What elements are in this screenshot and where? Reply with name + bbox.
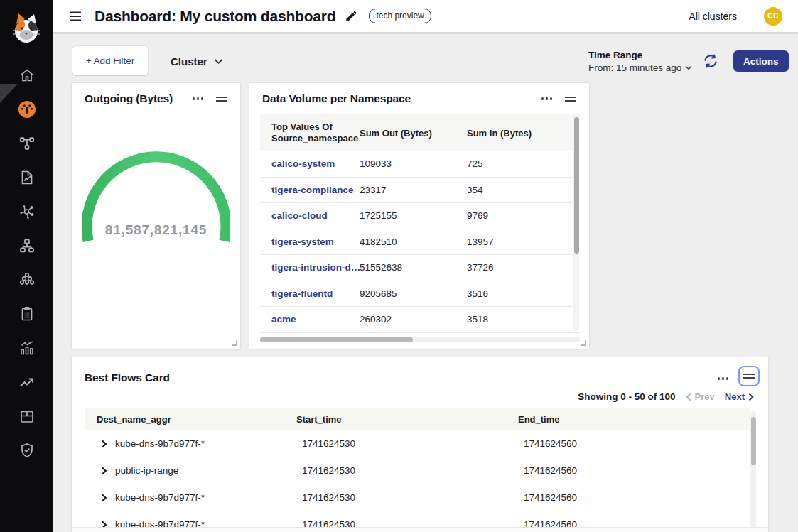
more-options-icon[interactable] bbox=[190, 94, 207, 103]
card-best-flows: Best Flows Card Showing 0 - 50 of 100 Pr… bbox=[71, 357, 769, 532]
table-row: kube-dns-9b7d977f-* 1741624530 174162456… bbox=[85, 430, 750, 457]
scrollbar-thumb[interactable] bbox=[751, 417, 756, 465]
sidebar-item-compliance[interactable] bbox=[0, 297, 53, 331]
trend-up-icon bbox=[18, 374, 36, 391]
drag-handle-icon[interactable] bbox=[738, 366, 760, 386]
tech-preview-badge: tech preview bbox=[369, 9, 431, 23]
next-page-button[interactable]: Next bbox=[725, 391, 754, 402]
vertical-scrollbar bbox=[573, 116, 579, 331]
endpoints-icon bbox=[18, 237, 36, 254]
time-range: Time Range From: 15 minutes ago bbox=[588, 50, 692, 73]
resize-grip[interactable] bbox=[581, 340, 586, 346]
avatar[interactable]: CC bbox=[764, 7, 782, 26]
sum-in-cell: 13957 bbox=[467, 237, 573, 247]
dest-name-cell: public-ip-range bbox=[115, 465, 178, 476]
sidebar bbox=[0, 0, 53, 532]
calico-cat-logo-icon bbox=[10, 11, 43, 47]
namespace-link[interactable]: tigera-intrusion-d… bbox=[260, 262, 360, 273]
namespace-link[interactable]: tigera-system bbox=[260, 237, 360, 247]
sum-in-cell: 37726 bbox=[467, 262, 573, 273]
all-clusters-selector[interactable]: All clusters bbox=[689, 11, 737, 22]
chevron-right-icon bbox=[100, 467, 108, 475]
namespace-link[interactable]: calico-system bbox=[260, 158, 360, 169]
network-icon bbox=[18, 203, 36, 220]
sidebar-item-service-graph[interactable] bbox=[0, 126, 53, 161]
clipboard-icon bbox=[18, 305, 36, 322]
card-title: Data Volume per Namespace bbox=[262, 92, 539, 105]
resize-grip[interactable] bbox=[232, 340, 237, 346]
home-icon bbox=[18, 67, 36, 84]
card-outgoing-bytes: Outgoing (Bytes) 81,587,821,145 bbox=[71, 82, 241, 349]
data-volume-table: Top Values Of Source_namespace Sum Out (… bbox=[260, 114, 580, 333]
sidebar-item-threat-defense[interactable] bbox=[0, 433, 53, 467]
sidebar-item-dashboards[interactable] bbox=[0, 92, 53, 126]
expand-row-button[interactable] bbox=[100, 467, 108, 475]
drag-handle-icon[interactable] bbox=[562, 94, 579, 104]
refresh-button[interactable] bbox=[701, 53, 720, 71]
refresh-icon bbox=[702, 53, 719, 70]
more-options-icon[interactable] bbox=[539, 94, 556, 103]
hamburger-icon bbox=[68, 9, 83, 24]
expand-row-button[interactable] bbox=[100, 494, 108, 502]
sum-out-cell: 109033 bbox=[360, 158, 467, 169]
prev-page-button[interactable]: Prev bbox=[686, 391, 715, 402]
chevron-right-icon bbox=[100, 494, 108, 502]
table-row: calico-cloud 1725155 9769 bbox=[260, 203, 580, 229]
table-row: acme 260302 3518 bbox=[260, 307, 580, 333]
sum-in-cell: 354 bbox=[467, 185, 573, 195]
table-row: kube-dns-9b7d977f-* 1741624530 174162456… bbox=[85, 484, 750, 511]
card-title: Outgoing (Bytes) bbox=[85, 92, 190, 105]
end-time-cell: 1741624560 bbox=[515, 465, 743, 476]
table-header-row: Dest_name_aggr Start_time End_time bbox=[85, 408, 750, 430]
scrollbar-thumb[interactable] bbox=[574, 117, 579, 254]
horizontal-scrollbar-track bbox=[72, 527, 768, 532]
column-header: Start_time bbox=[293, 414, 515, 425]
expand-row-button[interactable] bbox=[100, 440, 108, 448]
namespace-link[interactable]: acme bbox=[260, 314, 360, 325]
more-options-icon[interactable] bbox=[715, 374, 732, 383]
sidebar-item-network-sets[interactable] bbox=[0, 195, 53, 229]
namespace-link[interactable]: tigera-compliance bbox=[260, 185, 360, 195]
column-header: Top Values Of Source_namespace bbox=[260, 121, 360, 145]
cluster-dropdown-label: Cluster bbox=[171, 55, 207, 67]
sidebar-item-activity[interactable] bbox=[0, 331, 53, 365]
chevron-down-icon bbox=[685, 65, 692, 70]
table-row: tigera-fluentd 9205685 3516 bbox=[260, 281, 580, 308]
policies-icon bbox=[18, 169, 36, 186]
drag-handle-icon[interactable] bbox=[213, 94, 230, 104]
page-title: Dashboard: My custom dashboard bbox=[95, 8, 335, 25]
sidebar-item-endpoints[interactable] bbox=[0, 229, 53, 263]
next-label: Next bbox=[725, 391, 745, 402]
cluster-dropdown[interactable]: Cluster bbox=[171, 53, 223, 70]
card-title: Best Flows Card bbox=[85, 366, 715, 384]
chevron-right-icon bbox=[748, 393, 754, 401]
sidebar-nav bbox=[0, 58, 53, 467]
chevron-right-icon bbox=[100, 440, 108, 448]
namespace-link[interactable]: calico-cloud bbox=[260, 210, 360, 221]
add-filter-button[interactable]: + Add Filter bbox=[72, 46, 148, 75]
sidebar-item-timeline[interactable] bbox=[0, 365, 53, 399]
sum-out-cell: 9205685 bbox=[360, 288, 467, 299]
table-row: tigera-compliance 23317 354 bbox=[260, 178, 580, 204]
sum-out-cell: 51552638 bbox=[360, 262, 467, 273]
time-range-label: Time Range bbox=[588, 50, 692, 60]
calico-cat-logo[interactable] bbox=[10, 11, 43, 47]
best-flows-table: Dest_name_aggr Start_time End_time kube-… bbox=[85, 408, 750, 532]
sidebar-item-clusters[interactable] bbox=[0, 263, 53, 297]
sidebar-item-packages[interactable] bbox=[0, 399, 53, 433]
namespace-link[interactable]: tigera-fluentd bbox=[260, 288, 360, 299]
prev-label: Prev bbox=[695, 391, 715, 402]
sidebar-item-policies[interactable] bbox=[0, 161, 53, 195]
horizontal-scrollbar bbox=[260, 337, 580, 342]
start-time-cell: 1741624530 bbox=[293, 438, 515, 449]
gauge-value: 81,587,821,145 bbox=[72, 222, 240, 238]
sidebar-item-home[interactable] bbox=[0, 58, 53, 92]
menu-button[interactable] bbox=[66, 7, 85, 26]
dest-name-cell: kube-dns-9b7d977f-* bbox=[115, 492, 205, 503]
shield-check-icon bbox=[18, 442, 36, 459]
edit-dashboard-button[interactable] bbox=[345, 9, 358, 23]
sum-out-cell: 23317 bbox=[360, 185, 467, 195]
actions-button[interactable]: Actions bbox=[733, 50, 789, 72]
time-range-value[interactable]: From: 15 minutes ago bbox=[588, 63, 692, 73]
scrollbar-thumb[interactable] bbox=[260, 337, 413, 342]
